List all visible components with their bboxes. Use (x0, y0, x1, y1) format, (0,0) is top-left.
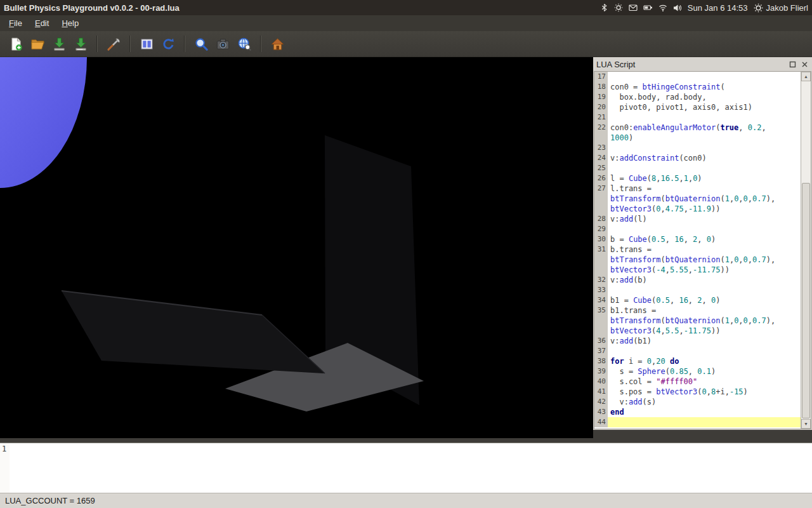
code-line[interactable]: 22con0:enableAngularMotor(true, 0.2, (594, 123, 801, 133)
code-line[interactable]: btTransform(btQuaternion(1,0,0,0.7), (594, 316, 801, 326)
code-line[interactable]: btTransform(btQuaternion(1,0,0,0.7), (594, 194, 801, 204)
line-number: 38 (594, 356, 608, 366)
code-line[interactable]: 29 (594, 224, 801, 234)
line-number: 23 (594, 143, 608, 153)
console-text[interactable] (10, 443, 812, 493)
code-line[interactable]: 41 s.pos = btVector3(0,8+i,-15) (594, 387, 801, 397)
code-line[interactable]: btVector3(0,4.75,-11.9)) (594, 204, 801, 214)
code-line[interactable]: 24v:addConstraint(con0) (594, 153, 801, 163)
line-number: 22 (594, 123, 608, 133)
code-line[interactable]: 33 (594, 285, 801, 295)
code-line[interactable]: 40 s.col = "#ffff00" (594, 377, 801, 387)
code-line[interactable]: 39 s = Sphere(0.85, 0.1) (594, 366, 801, 377)
session-menu[interactable]: Jakob Flierl (754, 3, 808, 13)
line-number (594, 133, 608, 143)
code-lines[interactable]: 1718con0 = btHingeConstraint(19 box.body… (594, 72, 801, 429)
tile-windows-icon (140, 37, 154, 51)
code-line[interactable]: btVector3(-4,5.55,-11.75)) (594, 265, 801, 275)
session-gear-icon (754, 3, 763, 13)
code-line[interactable]: 23 (594, 143, 801, 153)
line-number: 42 (594, 397, 608, 407)
viewport-3d[interactable] (0, 57, 593, 438)
menu-edit[interactable]: Edit (29, 16, 55, 30)
mail-icon[interactable] (629, 4, 638, 11)
line-number: 30 (594, 234, 608, 244)
line-number: 20 (594, 102, 608, 112)
zoom-button[interactable] (190, 34, 212, 54)
line-number (594, 255, 608, 265)
save-file-button[interactable] (48, 34, 70, 54)
code-line[interactable]: 26l = Cube(8,16.5,1,0) (594, 173, 801, 184)
code-line[interactable]: 30b = Cube(0.5, 16, 2, 0) (594, 234, 801, 244)
bluetooth-icon[interactable] (600, 3, 608, 12)
scroll-up-icon[interactable]: ▲ (801, 72, 811, 81)
titlebar: Bullet Physics Playground v0.0.2 - 00-ra… (0, 0, 812, 15)
code-line[interactable]: 44 (594, 417, 801, 427)
code-line[interactable]: 20 pivot0, pivot1, axis0, axis1) (594, 102, 801, 112)
code-line[interactable]: 34b1 = Cube(0.5, 16, 2, 0) (594, 295, 801, 305)
menu-help[interactable]: Help (55, 16, 85, 30)
status-text: LUA_GCCOUNT = 1659 (5, 496, 95, 505)
scrollbar-thumb[interactable] (802, 183, 810, 418)
code-line[interactable]: 42 v:add(s) (594, 397, 801, 407)
code-line[interactable]: 35b1.trans = (594, 305, 801, 316)
battery-icon[interactable] (643, 4, 653, 11)
code-line[interactable]: btVector3(4,5.5,-11.75)) (594, 326, 801, 336)
tools-button[interactable] (103, 34, 124, 54)
code-line[interactable]: 36v:add(b1) (594, 336, 801, 346)
code-editor[interactable]: 1718con0 = btHingeConstraint(19 box.body… (594, 71, 811, 429)
open-file-button[interactable] (27, 34, 48, 54)
code-line[interactable]: 18con0 = btHingeConstraint( (594, 82, 801, 92)
save-file-as-button[interactable] (70, 34, 91, 54)
code-line[interactable]: 21 (594, 112, 801, 123)
code-line[interactable]: 31b.trans = (594, 244, 801, 255)
web-button[interactable] (233, 34, 255, 54)
code-line[interactable]: 32v:add(b) (594, 275, 801, 285)
console-line-number: 1 (0, 443, 10, 493)
line-number: 33 (594, 285, 608, 295)
home-icon (270, 37, 285, 51)
code-line[interactable]: 27l.trans = (594, 184, 801, 194)
new-file-button[interactable] (5, 34, 27, 54)
float-icon (789, 61, 796, 68)
scrollbar-track[interactable] (801, 81, 811, 419)
line-number: 24 (594, 153, 608, 163)
float-panel-button[interactable] (788, 60, 797, 69)
close-panel-button[interactable] (800, 60, 809, 69)
code-line[interactable]: 25 (594, 163, 801, 173)
code-line[interactable]: 37 (594, 346, 801, 356)
code-line[interactable]: 1000) (594, 133, 801, 143)
line-number (594, 265, 608, 275)
toolbar-separator (184, 36, 185, 52)
code-line[interactable]: 17 (594, 72, 801, 82)
code-line[interactable]: 28v:add(l) (594, 214, 801, 224)
magnifier-icon (194, 37, 209, 51)
settings-gear-icon[interactable] (614, 3, 623, 12)
home-button[interactable] (266, 34, 288, 54)
save-as-icon (74, 37, 88, 51)
scene-svg[interactable] (0, 57, 593, 438)
line-number: 36 (594, 336, 608, 346)
console-editor[interactable]: 1 (0, 443, 812, 493)
line-number (594, 316, 608, 326)
scroll-down-icon[interactable]: ▼ (801, 419, 811, 429)
line-number: 28 (594, 214, 608, 224)
window-title: Bullet Physics Playground v0.0.2 - 00-ra… (4, 3, 180, 13)
line-number: 43 (594, 407, 608, 417)
close-icon (801, 61, 808, 68)
screenshot-button[interactable] (212, 34, 233, 54)
code-line[interactable]: 43end (594, 407, 801, 417)
code-line[interactable]: 19 box.body, rad.body, (594, 92, 801, 102)
tile-windows-button[interactable] (136, 34, 157, 54)
clock[interactable]: Sun Jan 6 14:53 (688, 3, 748, 13)
volume-icon[interactable] (673, 4, 682, 12)
menu-file[interactable]: File (3, 16, 29, 30)
code-line[interactable]: 38for i = 0,20 do (594, 356, 801, 366)
code-line[interactable]: btTransform(btQuaternion(1,0,0,0.7), (594, 255, 801, 265)
reload-button[interactable] (157, 34, 179, 54)
line-number: 35 (594, 305, 608, 316)
code-scrollbar[interactable]: ▲ ▼ (801, 72, 811, 429)
toolbar (0, 31, 812, 57)
panel-header[interactable]: LUA Script (593, 57, 812, 71)
wifi-icon[interactable] (658, 4, 667, 11)
